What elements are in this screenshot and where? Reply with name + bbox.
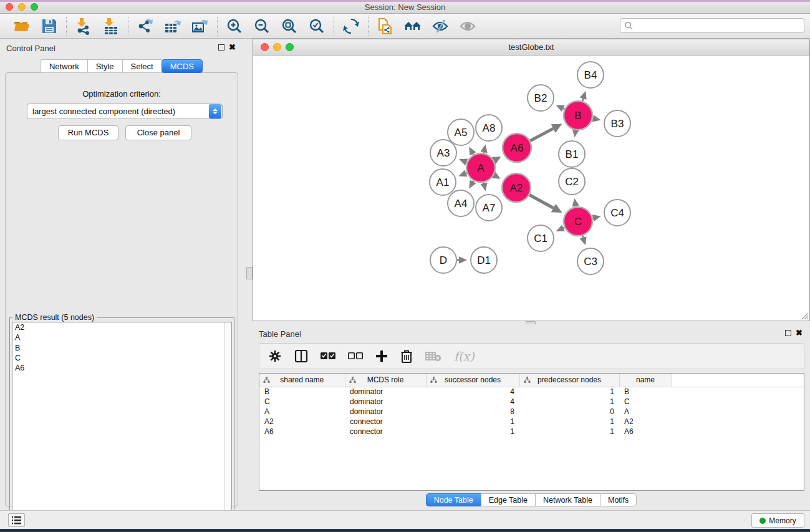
- refresh-icon[interactable]: [342, 17, 360, 36]
- column-header-predecessor-nodes[interactable]: predecessor nodes: [519, 374, 619, 387]
- tree-icon: [524, 377, 531, 384]
- mcds-result-item[interactable]: A2: [12, 322, 231, 332]
- mcds-result-item[interactable]: A: [12, 332, 231, 342]
- arrowhead-icon: [592, 215, 601, 221]
- export-table-icon[interactable]: [163, 17, 182, 36]
- delete-table-icon[interactable]: [425, 351, 441, 362]
- add-column-icon[interactable]: [375, 350, 388, 362]
- tab-node-table[interactable]: Node Table: [426, 493, 481, 506]
- tab-select[interactable]: Select: [122, 59, 162, 73]
- vertical-splitter-handle[interactable]: [246, 267, 253, 279]
- mcds-result-item[interactable]: C: [12, 353, 231, 363]
- mcds-result-item[interactable]: A6: [12, 363, 231, 373]
- graph-edge[interactable]: [529, 195, 553, 208]
- clone-network-icon[interactable]: [376, 17, 395, 36]
- zoom-fit-icon[interactable]: [280, 17, 299, 36]
- mcds-result-list[interactable]: A2ABCA6: [12, 322, 232, 530]
- tab-motifs[interactable]: Motifs: [600, 493, 637, 506]
- graph-edge[interactable]: [530, 128, 553, 141]
- graph-edge[interactable]: [563, 109, 564, 109]
- export-network-icon[interactable]: [136, 17, 155, 36]
- search-field[interactable]: [634, 20, 804, 31]
- tab-style[interactable]: Style: [87, 59, 122, 73]
- optimization-criterion-label: Optimization criterion:: [6, 89, 238, 99]
- criterion-dropdown[interactable]: largest connected component (directed): [27, 104, 223, 119]
- show-all-icon[interactable]: [458, 17, 477, 36]
- network-canvas[interactable]: B4B2BB3A5A8A6A3B1AA1C2A2A4A7C4CC1C3DD1: [253, 56, 809, 321]
- deselect-all-icon[interactable]: [348, 352, 363, 360]
- graph-node-label: A1: [436, 177, 450, 188]
- chevron-up-down-icon: [209, 104, 221, 118]
- network-window-title: testGlobe.txt: [253, 42, 809, 52]
- session-title: Session: New Session: [0, 2, 810, 12]
- open-file-icon[interactable]: [12, 17, 31, 36]
- memory-button[interactable]: Memory: [751, 513, 804, 528]
- graph-edge[interactable]: [563, 228, 564, 228]
- graph-node-label: A2: [510, 182, 523, 194]
- float-panel-icon[interactable]: [218, 44, 224, 51]
- zoom-selected-icon[interactable]: [307, 17, 326, 36]
- tab-edge-table[interactable]: Edge Table: [481, 493, 535, 506]
- graph-node-label: D: [440, 254, 447, 266]
- close-panel-button[interactable]: Close panel: [125, 125, 191, 140]
- close-panel-icon[interactable]: ✖: [229, 43, 236, 51]
- graph-node-label: B4: [584, 69, 597, 81]
- mcds-tab-content: Optimization criterion: largest connecte…: [5, 72, 238, 506]
- save-session-icon[interactable]: [40, 17, 59, 36]
- network-window-titlebar[interactable]: testGlobe.txt: [253, 39, 809, 56]
- graph-node-label: A: [477, 162, 485, 174]
- mcds-result-group: MCDS result (5 nodes) A2ABCA6: [9, 317, 234, 532]
- zoom-in-icon[interactable]: [225, 17, 244, 36]
- delete-column-icon[interactable]: [400, 349, 413, 363]
- select-all-icon[interactable]: [321, 352, 335, 360]
- tab-network[interactable]: Network: [41, 59, 87, 73]
- graph-edge[interactable]: [582, 99, 583, 101]
- graph-edge[interactable]: [582, 236, 583, 238]
- run-mcds-button[interactable]: Run MCDS: [58, 125, 118, 140]
- column-layout-icon[interactable]: [294, 349, 308, 363]
- graph-node-label: C4: [610, 207, 624, 219]
- tree-icon: [349, 377, 356, 384]
- control-panel: Control Panel ✖ Network Style Select MCD…: [0, 39, 243, 510]
- close-panel-icon[interactable]: ✖: [796, 329, 803, 337]
- tab-mcds[interactable]: MCDS: [162, 59, 203, 73]
- network-view-window: testGlobe.txt B4B2BB3A5A8A6A3B1AA1C2A2A4…: [253, 39, 810, 321]
- graph-node-label: A3: [437, 147, 450, 159]
- import-network-icon[interactable]: [74, 17, 93, 36]
- column-header-mcds-role[interactable]: MCDS role: [345, 374, 426, 387]
- table-row[interactable]: A6connector11A6: [259, 427, 804, 437]
- search-input[interactable]: [620, 18, 804, 33]
- float-panel-icon[interactable]: [785, 330, 791, 336]
- resize-grip-icon[interactable]: [800, 311, 809, 320]
- criterion-value: largest connected component (directed): [27, 107, 209, 116]
- app-titlebar: Session: New Session: [0, 0, 810, 14]
- mcds-result-item[interactable]: B: [12, 343, 231, 353]
- first-neighbors-icon[interactable]: [403, 17, 422, 36]
- tree-icon: [430, 377, 437, 384]
- task-history-button[interactable]: [8, 513, 25, 527]
- tree-icon: [263, 377, 270, 384]
- graph-node-label: C1: [534, 233, 547, 244]
- arrowhead-icon: [459, 256, 467, 263]
- function-builder-icon[interactable]: f(x): [454, 349, 475, 363]
- table-row[interactable]: A2connector11A2: [259, 417, 804, 427]
- graph-node-label: A7: [483, 202, 496, 214]
- column-header-shared-name[interactable]: shared name: [259, 374, 345, 387]
- graph-node-label: B: [574, 110, 581, 122]
- column-header-successor-nodes[interactable]: successor nodes: [426, 374, 519, 387]
- import-table-icon[interactable]: [102, 17, 120, 36]
- gear-icon[interactable]: [268, 349, 282, 363]
- export-image-icon[interactable]: [191, 17, 210, 36]
- table-panel: Table Panel ✖ f(x) shared name MCDS role…: [253, 324, 810, 507]
- scrollbar[interactable]: [224, 322, 231, 530]
- tab-network-table[interactable]: Network Table: [535, 493, 600, 506]
- memory-label: Memory: [769, 516, 796, 525]
- table-row[interactable]: Bdominator41B: [259, 387, 804, 397]
- hide-selected-icon[interactable]: [431, 17, 450, 36]
- column-header-name[interactable]: name: [619, 374, 672, 387]
- table-row[interactable]: Adominator80A: [259, 407, 804, 417]
- memory-status-icon: [759, 518, 766, 524]
- table-row[interactable]: Cdominator41C: [259, 397, 804, 407]
- network-graph: B4B2BB3A5A8A6A3B1AA1C2A2A4A7C4CC1C3DD1: [253, 56, 809, 321]
- zoom-out-icon[interactable]: [253, 17, 271, 36]
